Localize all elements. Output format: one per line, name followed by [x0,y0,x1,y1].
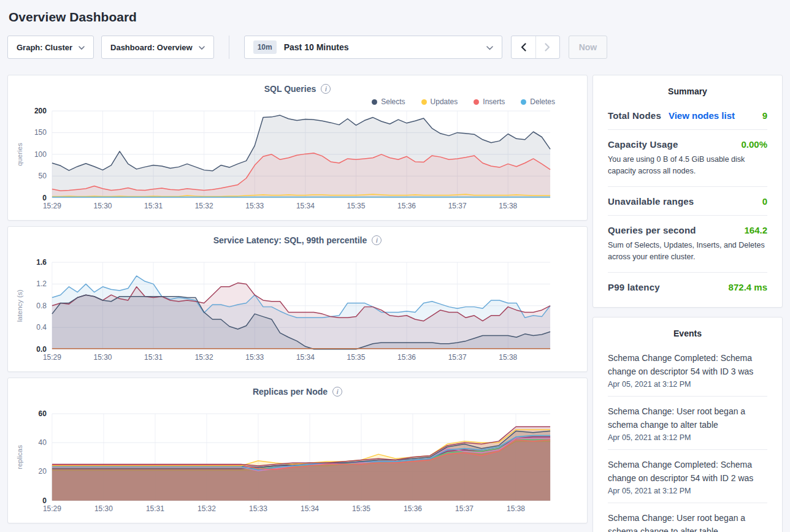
chart-canvas: 15:2915:3015:3115:3215:3315:3415:3515:36… [13,410,582,518]
chart-header: Replicas per Node i [13,386,582,398]
x-tick-label: 15:31 [146,504,164,513]
time-range-picker[interactable]: 10m Past 10 Minutes [244,36,502,59]
x-tick-label: 15:29 [43,504,61,513]
y-tick-label: 100 [34,150,47,159]
legend-dot-icon [372,99,377,105]
y-tick-label: 40 [39,438,47,447]
x-tick-label: 15:38 [499,202,517,210]
chart-title: SQL Queries [264,84,316,94]
chevron-down-icon [486,42,493,53]
unavailable-ranges-label: Unavailable ranges [608,196,694,207]
view-nodes-list-link[interactable]: View nodes list [669,110,735,121]
dashboard-content: SQL Queries i SelectsUpdatesInsertsDelet… [7,75,783,532]
now-button[interactable]: Now [569,36,608,59]
x-tick-label: 15:36 [397,353,416,362]
chart-plot-area: 15:2915:3015:3115:3215:3315:3415:3515:36… [13,410,582,518]
time-forward-button[interactable] [535,36,559,58]
y-tick-label: 20 [39,467,47,476]
event-timestamp: Apr 05, 2021 at 3:12 PM [608,487,767,495]
y-tick-label: 1.2 [36,279,47,288]
total-nodes-label: Total Nodes [608,110,661,121]
chevron-left-icon [522,44,526,51]
chart-panel: Replicas per Node i 15:2915:3015:3115:32… [7,378,588,523]
x-tick-label: 15:36 [397,202,416,210]
event-message[interactable]: Schema Change: User root began a schema … [608,511,767,532]
summary-panel: Summary Total Nodes View nodes list 9 Ca… [592,75,783,308]
summary-row-capacity-usage: Capacity Usage 0.00% You are using 0 B o… [608,130,767,187]
dashboard-selector-dropdown[interactable]: Dashboard: Overview [101,36,214,59]
legend-label: Inserts [483,97,505,106]
time-back-button[interactable] [512,36,535,58]
summary-title: Summary [608,86,767,101]
events-title: Events [608,329,767,343]
dashboard-selector-label: Dashboard: Overview [110,43,193,52]
x-tick-label: 15:35 [347,202,365,210]
chart-header: Service Latency: SQL, 99th percentile i [13,234,582,246]
chart-panel: SQL Queries i SelectsUpdatesInsertsDelet… [7,75,588,221]
y-tick-label: 200 [34,107,47,115]
event-message[interactable]: Schema Change: User root began a schema … [608,405,767,431]
x-tick-label: 15:30 [94,202,112,210]
x-tick-label: 15:37 [448,202,467,210]
graph-selector-label: Graph: Cluster [17,43,72,52]
time-range-badge: 10m [253,40,277,54]
x-tick-label: 15:33 [249,504,267,513]
summary-row-queries-per-second: Queries per second 164.2 Sum of Selects,… [608,216,767,273]
chevron-down-icon [199,43,205,52]
x-tick-label: 15:32 [195,202,213,210]
chevron-right-icon [546,44,550,51]
legend-item[interactable]: Updates [421,97,458,106]
event-message[interactable]: Schema Change Completed: Schema change o… [608,458,767,485]
x-tick-label: 15:31 [144,353,163,362]
time-nav-group [511,36,560,59]
x-tick-label: 15:33 [245,353,264,362]
x-tick-label: 15:29 [43,353,61,362]
p99-latency-value: 872.4 ms [729,282,767,292]
x-tick-label: 15:37 [455,504,474,513]
info-icon[interactable]: i [321,84,331,94]
x-tick-label: 15:30 [94,353,112,362]
chart-panel: Service Latency: SQL, 99th percentile i … [7,226,588,372]
chevron-down-icon [79,43,85,52]
summary-row-total-nodes: Total Nodes View nodes list 9 [608,101,767,130]
chart-plot-area: 15:2915:3015:3115:3215:3315:3415:3515:36… [13,259,582,367]
legend-label: Updates [431,97,458,106]
chart-canvas: 15:2915:3015:3115:3215:3315:3415:3515:36… [13,259,582,367]
p99-latency-label: P99 latency [608,282,660,292]
chart-legend [13,249,555,257]
time-range-label: Past 10 Minutes [284,42,479,52]
charts-column: SQL Queries i SelectsUpdatesInsertsDelet… [7,75,588,523]
event-message[interactable]: Schema Change Completed: Schema change o… [608,351,767,378]
legend-item[interactable]: Selects [372,97,405,106]
y-tick-label: 50 [39,172,47,180]
y-tick-label: 0.4 [36,323,47,332]
x-tick-label: 15:36 [404,504,422,513]
x-tick-label: 15:32 [198,504,216,513]
x-tick-label: 15:29 [43,202,61,210]
y-axis-label: queries [16,143,23,166]
x-tick-label: 15:38 [507,504,525,513]
capacity-usage-label: Capacity Usage [608,139,678,150]
info-icon[interactable]: i [332,387,342,397]
y-tick-label: 1.6 [36,259,47,267]
dashboard-toolbar: Graph: Cluster Dashboard: Overview 10m P… [7,36,783,59]
summary-row-p99-latency: P99 latency 872.4 ms [608,273,767,301]
graph-selector-dropdown[interactable]: Graph: Cluster [7,36,94,59]
legend-dot-icon [474,99,479,105]
legend-item[interactable]: Inserts [474,97,505,106]
chart-header: SQL Queries i [13,83,582,95]
legend-dot-icon [421,99,427,105]
event-item: Schema Change Completed: Schema change o… [608,343,767,397]
chart-plot-area: 15:2915:3015:3115:3215:3315:3415:3515:36… [13,107,582,215]
toolbar-divider [229,36,229,59]
info-icon[interactable]: i [372,235,382,245]
x-tick-label: 15:34 [296,202,315,210]
queries-per-second-description: Sum of Selects, Updates, Inserts, and De… [608,240,767,264]
x-tick-label: 15:33 [245,202,264,210]
x-tick-label: 15:38 [499,353,517,362]
y-tick-label: 60 [39,410,47,418]
event-item: Schema Change Completed: Schema change o… [608,450,767,503]
legend-item[interactable]: Deletes [521,97,555,106]
event-timestamp: Apr 05, 2021 at 3:12 PM [608,380,767,389]
y-tick-label: 0 [42,496,47,505]
